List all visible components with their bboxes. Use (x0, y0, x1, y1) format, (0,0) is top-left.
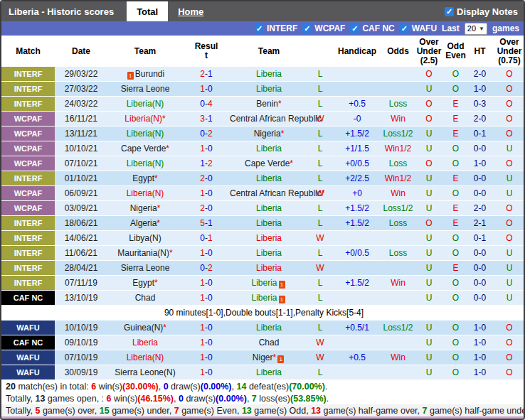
filter-wafu[interactable]: ✓ WAFU (400, 23, 437, 33)
handicap-star-marker: * (290, 158, 293, 168)
away-team-cell: Cape Verde* (230, 156, 308, 171)
result-score: 1-0 (183, 276, 230, 291)
checkbox-icon[interactable]: ✓ (255, 24, 264, 33)
handicap-value (332, 67, 382, 82)
over-under-25: U (414, 246, 444, 261)
odds-result: Loss (382, 216, 414, 231)
summary-over-under-line: Totally, 5 game(s) over, 15 game(s) unde… (1, 404, 524, 416)
competition-badge: WAFU (1, 365, 55, 380)
summary-segment: (70.00%) (289, 382, 325, 392)
half-time-score: 0-0 (467, 246, 492, 261)
competition-badge: WCPAF (1, 186, 55, 201)
away-team-cell: Liberia (230, 201, 308, 216)
odd-even: O (444, 141, 467, 156)
home-team-cell: Sierra Leone(N) (107, 365, 183, 380)
over-under-25: O (414, 112, 444, 126)
over-under-25: O (414, 67, 444, 82)
match-row: WCPAF10/10/21Cape Verde*1-0LiberiaL+1/1.… (1, 141, 525, 156)
home-team-cell: Algeria* (107, 216, 183, 231)
display-notes-checkbox-icon[interactable]: ✓ (445, 7, 454, 16)
home-goals: 1 (200, 338, 205, 348)
summary-segment: . (325, 382, 327, 392)
odd-even: O (444, 350, 467, 365)
away-goals: 0 (208, 338, 213, 348)
half-time-score: 0-1 (467, 231, 492, 246)
checkbox-icon[interactable]: ✓ (400, 24, 409, 33)
away-team-cell: Liberia1 (230, 291, 308, 306)
match-date: 11/06/21 (55, 246, 107, 261)
result-score: 1-0 (183, 186, 230, 201)
result-score: 2-0 (183, 171, 230, 186)
summary-segment: draw(s) (169, 382, 201, 392)
over-under-25: U (414, 276, 444, 291)
penalty-note-row: 90 minutes[1-0],Double bouts[1-1],Penalt… (1, 306, 525, 321)
competition-badge: INTERF (1, 261, 55, 276)
away-team-cell: Central African Republic (230, 112, 308, 126)
odds-result (382, 291, 414, 306)
match-date: 09/10/19 (55, 335, 107, 350)
win-loss-flag: L (308, 171, 332, 186)
away-team-cell: Liberia (230, 365, 308, 380)
over-under-075: U (492, 171, 525, 186)
home-team-cell: Liberia(N) (107, 156, 183, 171)
summary-segment: 15 (100, 406, 110, 416)
home-goals: 0 (200, 263, 205, 273)
over-under-25: U (414, 186, 444, 201)
over-under-075: U (492, 261, 525, 276)
result-score: 1-0 (183, 335, 230, 350)
last-games-value: 20 (467, 24, 476, 33)
away-team-name: Liberia (256, 233, 282, 243)
home-team-name: Chad (135, 293, 156, 303)
home-goals: 1 (200, 293, 205, 303)
away-team-name: Chad (259, 338, 280, 348)
handicap-star-marker: * (162, 114, 166, 124)
away-team-name: Benin (256, 99, 278, 109)
home-team-name: Liberia(N) (127, 352, 164, 362)
home-goals: 1 (200, 84, 205, 94)
tab-total[interactable]: Total (127, 1, 168, 21)
away-team-cell: Liberia1 (230, 276, 308, 291)
filter-cafnc[interactable]: ✓ CAF NC (350, 23, 394, 33)
competition-badge: INTERF (1, 67, 55, 82)
display-notes-toggle[interactable]: ✓ Display Notes (445, 1, 524, 21)
summary-segment: 13 (35, 394, 45, 404)
home-team-cell: Mauritania(N)* (107, 246, 183, 261)
handicap-value (332, 231, 382, 246)
match-row: INTERF07/11/19Egypt*1-0Liberia1L+1.5/2Wi… (1, 276, 525, 291)
filter-interf[interactable]: ✓ INTERF (255, 23, 297, 33)
odds-result (382, 231, 414, 246)
result-score: 1-0 (183, 141, 230, 156)
summary-segment: 7 (174, 406, 179, 416)
match-row: INTERF27/03/22Sierra Leone1-0LiberiaLUO1… (1, 82, 525, 97)
win-loss-flag: L (308, 216, 332, 231)
away-team-name: Central African Republic (230, 188, 322, 198)
match-date: 10/10/19 (55, 321, 107, 335)
home-team-name: Sierra Leone (121, 263, 170, 273)
summary-segment: Totally, (6, 394, 35, 404)
home-team-cell: Liberia(N) (107, 97, 183, 112)
handicap-value (332, 291, 382, 306)
match-date: 06/09/21 (55, 186, 107, 201)
summary-segment: 0 (179, 394, 184, 404)
home-team-cell: Liberia (107, 335, 183, 350)
away-goals: 0 (208, 144, 213, 154)
home-team-name: Liberia(N) (124, 114, 162, 124)
odds-result: Win (382, 350, 414, 365)
checkbox-icon[interactable]: ✓ (302, 24, 312, 33)
filter-wcpaf[interactable]: ✓ WCPAF (302, 23, 345, 33)
home-goals: 0 (200, 129, 205, 139)
handicap-star-marker: * (157, 218, 160, 228)
tab-home[interactable]: Home (168, 1, 213, 21)
checkbox-icon[interactable]: ✓ (350, 24, 359, 33)
result-score: 0-2 (183, 126, 230, 141)
home-team-cell: Guinea(N)* (107, 321, 183, 335)
last-games-select[interactable]: 20 ▼ (465, 23, 487, 35)
match-row: WAFU10/10/19Guinea(N)*1-0LiberiaL+0.5/1L… (1, 321, 525, 335)
odd-even: O (444, 231, 467, 246)
chevron-down-icon: ▼ (479, 26, 484, 32)
away-team-name: Liberia (256, 203, 282, 213)
filter-cafnc-label: CAF NC (362, 23, 394, 33)
filter-wafu-label: WAFU (412, 23, 437, 33)
over-under-25: U (414, 171, 444, 186)
col-header-match: Match (1, 36, 55, 67)
